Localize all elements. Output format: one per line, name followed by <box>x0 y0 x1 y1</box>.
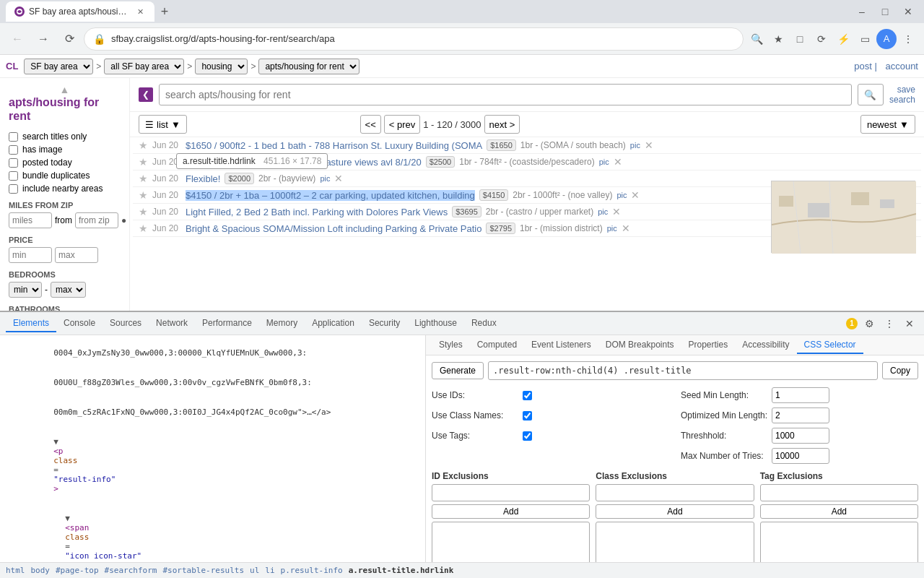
bedrooms-max-select[interactable]: max <box>51 282 86 298</box>
cast-icon[interactable]: ▭ <box>855 29 875 49</box>
result-close-button[interactable]: ✕ <box>612 206 621 217</box>
bc-li[interactable]: li <box>265 566 274 575</box>
result-title-link[interactable]: Bright & Spacious SOMA/Mission Loft incl… <box>186 223 481 234</box>
dom-breakpoints-tab[interactable]: DOM Breakpoints <box>598 337 681 354</box>
has-image-label[interactable]: has image <box>9 144 121 155</box>
map-preview[interactable]: 2 see in map view <box>771 181 915 253</box>
tab-sources[interactable]: Sources <box>103 315 149 332</box>
tag-add-button[interactable]: Add <box>760 504 918 519</box>
result-title-link[interactable]: Flexible! <box>186 173 220 184</box>
tab-network[interactable]: Network <box>149 315 195 332</box>
tab-performance[interactable]: Performance <box>195 315 259 332</box>
bc-ul[interactable]: ul <box>250 566 259 575</box>
id-add-button[interactable]: Add <box>432 504 590 519</box>
result-pic-link[interactable]: pic <box>320 174 330 183</box>
refresh-icon[interactable]: ⟳ <box>811 29 832 49</box>
seed-min-input[interactable] <box>772 387 829 403</box>
result-pic-link[interactable]: pic <box>599 158 609 166</box>
threshold-input[interactable] <box>772 428 829 444</box>
tab-security[interactable]: Security <box>362 315 407 332</box>
use-class-names-checkbox[interactable] <box>523 411 532 420</box>
back-button[interactable]: ← <box>6 27 29 51</box>
generate-button[interactable]: Generate <box>432 362 484 379</box>
result-close-button[interactable]: ✕ <box>622 223 630 234</box>
posted-today-checkbox[interactable] <box>9 158 18 168</box>
account-link[interactable]: account <box>885 61 918 72</box>
tab-elements[interactable]: Elements <box>6 315 56 332</box>
bc-body[interactable]: body <box>31 566 51 575</box>
settings-icon[interactable]: ⚙ <box>860 315 878 332</box>
bc-html[interactable]: html <box>6 566 25 575</box>
include-nearby-checkbox[interactable] <box>9 184 18 194</box>
save-search-link[interactable]: savesearch <box>889 85 915 105</box>
active-tab[interactable]: SF bay area apts/housing for ren ✕ <box>6 1 154 22</box>
post-link[interactable]: post <box>854 61 872 72</box>
new-tab-button[interactable]: + <box>154 1 175 22</box>
tag-exclusions-input[interactable] <box>760 484 918 501</box>
element-line[interactable]: 0004_0xJymZsNy30_0ww000,3:00000_KlqYfUEM… <box>0 338 425 368</box>
sort-button[interactable]: newest ▼ <box>860 115 915 134</box>
element-line[interactable]: <span class = "icon icon-star" role= "bu… <box>0 504 425 562</box>
tab-application[interactable]: Application <box>305 315 362 332</box>
menu-icon[interactable]: ⋮ <box>898 29 918 49</box>
extensions-icon[interactable]: ⚡ <box>833 29 853 49</box>
star-icon[interactable]: ★ <box>139 223 148 234</box>
reload-button[interactable]: ⟳ <box>58 27 81 51</box>
list-view-button[interactable]: ☰ list ▼ <box>139 115 187 134</box>
miles-input[interactable] <box>9 212 52 228</box>
forward-button[interactable]: → <box>32 27 55 51</box>
result-title-link[interactable]: Light Filled, 2 Bed 2 Bath incl. Parking… <box>186 207 448 217</box>
first-page-button[interactable]: << <box>360 115 381 134</box>
tab-lighthouse[interactable]: Lighthouse <box>407 315 464 332</box>
search-titles-checkbox[interactable] <box>9 132 18 142</box>
address-bar[interactable]: 🔒 sfbay.craigslist.org/d/apts-housing-fo… <box>84 27 744 51</box>
computed-tab[interactable]: Computed <box>470 337 524 354</box>
bookmark-icon[interactable]: ★ <box>768 29 788 49</box>
bc-result-info[interactable]: p.result-info <box>281 566 343 575</box>
result-title-link[interactable]: $1650 / 900ft2 - 1 bed 1 bath - 788 Harr… <box>186 140 482 151</box>
minimize-button[interactable]: – <box>852 1 872 22</box>
search-button[interactable]: 🔍 <box>858 84 884 105</box>
search-icon[interactable]: 🔍 <box>746 29 767 49</box>
max-tries-input[interactable] <box>772 448 829 464</box>
css-selector-tab[interactable]: CSS Selector <box>797 337 863 354</box>
tab-redux[interactable]: Redux <box>464 315 504 332</box>
triangle-icon[interactable] <box>53 437 58 447</box>
location-icon[interactable]: ● <box>121 215 126 225</box>
bundle-duplicates-checkbox[interactable] <box>9 171 18 181</box>
region-select[interactable]: SF bay area <box>24 59 93 74</box>
screenshot-icon[interactable]: □ <box>790 29 810 49</box>
posted-today-label[interactable]: posted today <box>9 158 121 168</box>
price-min-input[interactable] <box>9 247 52 263</box>
collapse-button[interactable]: ❮ <box>139 87 153 102</box>
include-nearby-label[interactable]: include nearby areas <box>9 184 121 194</box>
star-icon[interactable]: ★ <box>139 156 148 168</box>
event-listeners-tab[interactable]: Event Listeners <box>524 337 598 354</box>
class-exclusions-input[interactable] <box>596 484 754 501</box>
id-exclusions-input[interactable] <box>432 484 590 501</box>
result-close-button[interactable]: ✕ <box>614 156 622 168</box>
result-pic-link[interactable]: pic <box>607 224 617 233</box>
maximize-button[interactable]: □ <box>875 1 895 22</box>
subcategory-select[interactable]: apts/housing for rent <box>258 59 359 74</box>
result-close-button[interactable]: ✕ <box>645 139 653 151</box>
bc-searchform[interactable]: #searchform <box>105 566 157 575</box>
triangle-icon[interactable] <box>65 514 70 523</box>
class-add-button[interactable]: Add <box>596 504 754 519</box>
bc-sortable-results[interactable]: #sortable-results <box>162 566 244 575</box>
next-page-button[interactable]: next > <box>484 115 520 134</box>
bedrooms-min-select[interactable]: min <box>9 282 42 298</box>
bc-page-top[interactable]: #page-top <box>56 566 99 575</box>
element-line[interactable]: 00U0U_f88gZ03Wles_0ww000,3:00v0v_cgzVwFe… <box>0 368 425 397</box>
has-image-checkbox[interactable] <box>9 145 18 155</box>
search-titles-label[interactable]: search titles only <box>9 131 121 142</box>
result-close-button[interactable]: ✕ <box>631 189 640 201</box>
more-icon[interactable]: ⋮ <box>881 315 898 332</box>
tab-memory[interactable]: Memory <box>259 315 305 332</box>
prev-page-button[interactable]: < prev <box>384 115 421 134</box>
selector-input[interactable] <box>488 361 878 380</box>
properties-tab[interactable]: Properties <box>681 337 735 354</box>
account-icon[interactable]: A <box>876 29 897 49</box>
search-input[interactable] <box>159 84 852 105</box>
devtools-close-icon[interactable]: ✕ <box>901 315 918 332</box>
